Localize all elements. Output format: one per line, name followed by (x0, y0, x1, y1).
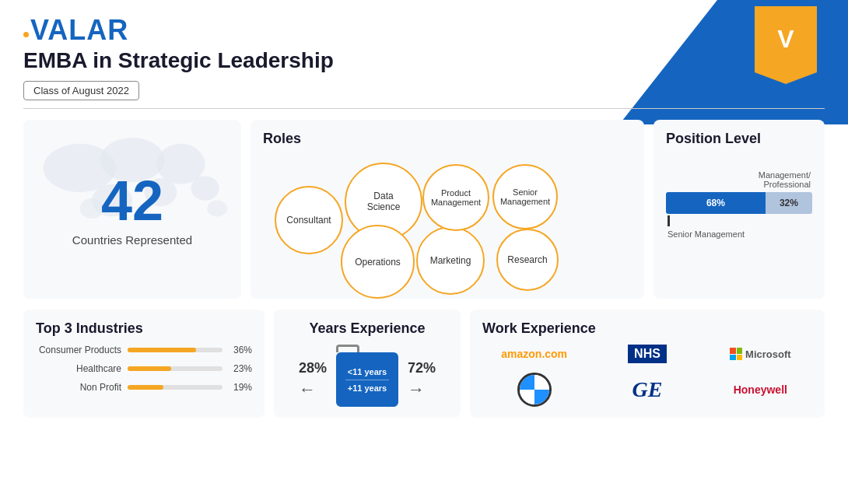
industry-row-healthcare: Healthcare 23% (36, 363, 252, 374)
bubble-senior-management: SeniorManagement (492, 164, 558, 229)
industry-pct-consumer: 36% (229, 345, 252, 355)
exp-arrows-right: 72% → (408, 360, 436, 400)
industry-name-consumer: Consumer Products (36, 345, 121, 355)
position-bottom-label: Senior Management (666, 229, 812, 239)
svg-point-5 (191, 176, 219, 200)
page-title: EMBA in Strategic Leadership (23, 48, 334, 73)
position-bar-light: 32% (766, 192, 812, 214)
microsoft-logo: Microsoft (709, 345, 812, 363)
luggage-handle-icon (336, 345, 359, 352)
logo-text: VALAR (30, 14, 128, 47)
bubble-product-management: ProductManagement (422, 164, 489, 231)
logo: VALAR (23, 14, 334, 47)
position-top-label: Management/Professional (666, 170, 812, 189)
industry-bar-bg-nonprofit (128, 385, 223, 390)
experience-title: Years Experience (309, 320, 425, 337)
main-row: 42 Countries Represented Roles Consultan… (23, 120, 825, 299)
luggage-icon: <11 years +11 years (336, 352, 398, 407)
class-badge: Class of August 2022 (23, 81, 139, 100)
position-level-title: Position Level (666, 131, 812, 147)
ge-logo: GE (595, 373, 699, 407)
experience-pct-left: 28% (299, 360, 327, 376)
logo-area: VALAR EMBA in Strategic Leadership Class… (23, 14, 334, 100)
bubble-marketing: Marketing (416, 226, 485, 295)
industry-row-nonprofit: Non Profit 19% (36, 382, 252, 393)
badge-v-letter: V (777, 25, 794, 54)
honeywell-logo: Honeywell (709, 373, 812, 407)
exp-arrows-left: 28% ← (299, 360, 327, 400)
industries-panel: Top 3 Industries Consumer Products 36% H… (23, 310, 265, 418)
svg-point-7 (207, 201, 227, 217)
industry-bar-fill-healthcare (128, 366, 171, 371)
logo-dot (23, 32, 29, 37)
amazon-logo: amazon.com (482, 345, 586, 363)
industry-pct-healthcare: 23% (229, 363, 252, 374)
work-experience-title: Work Experience (482, 320, 812, 337)
industry-bar-bg-healthcare (128, 366, 223, 371)
luggage-line1: <11 years (348, 366, 387, 378)
luggage-divider (345, 380, 389, 380)
position-level-panel: Position Level Management/Professional 6… (654, 120, 825, 299)
experience-pct-right: 72% (408, 360, 436, 376)
microsoft-squares-icon (730, 348, 742, 360)
position-marker (668, 215, 670, 226)
bubble-research: Research (496, 229, 559, 291)
bubbles-container: Consultant DataScience Operations Market… (263, 155, 636, 291)
experience-content: 28% ← <11 years +11 years 72% → (299, 352, 436, 407)
bubble-consultant: Consultant (275, 186, 343, 254)
logos-grid: amazon.com NHS Microsoft (482, 345, 812, 407)
roles-panel: Roles Consultant DataScience Operations … (251, 120, 644, 299)
valar-badge-icon: V (755, 6, 817, 84)
arrow-left-icon: ← (299, 380, 327, 400)
bmw-roundel-icon (517, 373, 552, 407)
industry-name-nonprofit: Non Profit (36, 382, 121, 393)
industries-title: Top 3 Industries (36, 320, 252, 337)
arrow-right-icon: → (408, 380, 436, 400)
header-divider (23, 108, 825, 109)
countries-label: Countries Represented (72, 233, 192, 247)
header: VALAR EMBA in Strategic Leadership Class… (23, 14, 825, 100)
industry-pct-nonprofit: 19% (229, 382, 252, 393)
nhs-logo: NHS (595, 345, 699, 363)
svg-point-6 (79, 198, 103, 219)
bmw-logo (482, 373, 586, 407)
luggage-line2: +11 years (348, 382, 387, 394)
bottom-row: Top 3 Industries Consumer Products 36% H… (23, 310, 825, 418)
position-bar: 68% 32% (666, 192, 812, 214)
industry-bar-fill-consumer (128, 348, 196, 352)
bubble-operations: Operations (341, 225, 415, 299)
position-bar-blue: 68% (666, 192, 766, 214)
experience-panel: Years Experience 28% ← <11 years +11 yea… (274, 310, 461, 418)
countries-panel: 42 Countries Represented (23, 120, 241, 299)
position-bar-wrapper: Management/Professional 68% 32% Senior M… (666, 170, 812, 239)
industry-row-consumer: Consumer Products 36% (36, 345, 252, 355)
industry-bar-bg-consumer (128, 348, 223, 352)
luggage-container: <11 years +11 years (336, 352, 398, 407)
work-experience-panel: Work Experience amazon.com NHS (470, 310, 825, 418)
industry-bar-fill-nonprofit (128, 385, 163, 390)
roles-title: Roles (263, 131, 636, 147)
countries-number: 42 (101, 173, 163, 229)
industry-name-healthcare: Healthcare (36, 363, 121, 374)
